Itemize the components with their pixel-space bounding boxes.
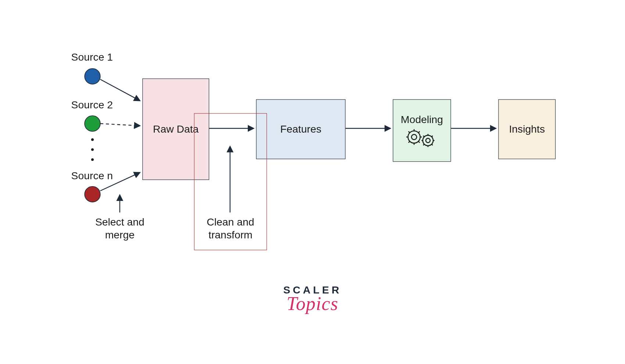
logo-bottom-text: Topics	[278, 293, 347, 315]
clean-transform-label: Clean and transform	[204, 216, 257, 242]
source-n-label: Source n	[71, 170, 113, 182]
features-text: Features	[280, 123, 321, 135]
modeling-text: Modeling	[401, 113, 443, 126]
diagram-canvas: Source 1 Source 2 Source n Raw Data Feat…	[0, 0, 625, 364]
select-merge-label: Select and merge	[93, 216, 147, 242]
svg-point-6	[91, 158, 94, 161]
svg-point-5	[91, 148, 94, 151]
features-box: Features	[256, 99, 346, 159]
select-merge-l1: Select and	[93, 216, 147, 228]
svg-point-0	[411, 134, 417, 140]
scaler-topics-logo: SCALER Topics	[278, 284, 347, 315]
svg-point-3	[423, 135, 433, 145]
modeling-box: Modeling	[393, 99, 451, 162]
source-n-dot	[85, 187, 100, 202]
svg-point-2	[426, 138, 430, 143]
raw-data-text: Raw Data	[153, 123, 199, 135]
svg-point-4	[91, 138, 94, 141]
insights-box: Insights	[498, 99, 556, 159]
source-2-label: Source 2	[71, 99, 113, 111]
source-2-dot	[85, 116, 100, 131]
diagram-inner: Source 1 Source 2 Source n Raw Data Feat…	[0, 0, 625, 364]
svg-point-1	[408, 131, 420, 143]
source-1-label: Source 1	[71, 51, 113, 63]
insights-text: Insights	[509, 123, 545, 135]
arrow-s2-raw-dashed	[100, 123, 140, 126]
source-1-dot	[85, 69, 100, 84]
arrow-s1-raw	[100, 79, 140, 101]
clean-transform-l1: Clean and	[204, 216, 257, 228]
gears-icon	[404, 128, 439, 150]
select-merge-l2: merge	[93, 228, 147, 241]
clean-transform-l2: transform	[204, 228, 257, 241]
